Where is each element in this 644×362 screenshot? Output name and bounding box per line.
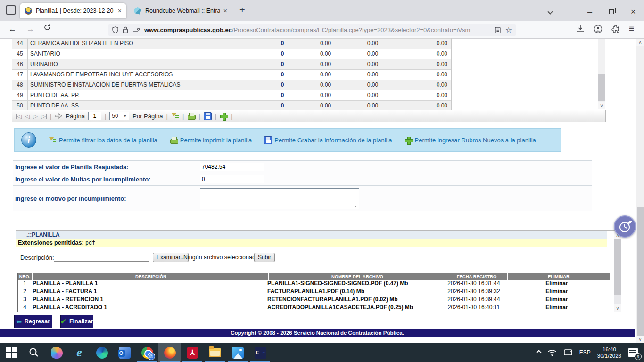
minimize-button[interactable]: – [582,4,598,20]
add-row-icon[interactable] [220,112,228,120]
file-description-link[interactable]: PLANILLA - RETENCION 1 [33,296,103,303]
upload-button[interactable]: Subir [254,253,275,262]
description-input[interactable] [54,253,149,262]
reader-mode-icon[interactable] [495,27,501,33]
taskbar-chrome-button[interactable]: @ [136,343,158,362]
table-row[interactable]: 44 CERAMICA ANTIDESLIZANTE EN PISO 0 0.0… [12,38,451,49]
taskbar-ie-button[interactable]: e [68,343,91,362]
filter-icon[interactable] [171,112,179,120]
tab-list-chevron-icon[interactable] [542,4,558,20]
browser-sidebar-icon[interactable] [6,5,16,15]
account-icon[interactable] [594,25,603,33]
floating-timer-badge-icon[interactable] [614,215,636,238]
tab-roundcube[interactable]: Roundcube Webmail :: Entrada × [129,3,232,18]
new-tab-button[interactable]: + [239,5,245,16]
scroll-up-icon[interactable]: ˄ [636,39,644,46]
finalizar-button[interactable]: ✔ Finalizar [60,315,93,328]
taskbar-explorer-button[interactable] [204,343,226,362]
taskbar-edge-button[interactable] [91,343,113,362]
multas-input[interactable] [200,175,264,183]
upload-controls: Descripción: Examinar... Ningún archivo … [16,252,607,264]
lock-icon[interactable] [123,26,128,33]
tab-close-icon[interactable]: × [223,7,227,15]
notification-center-icon[interactable]: 9 [628,348,638,357]
table-row[interactable]: 45 SANITARIO 0 0.00 0.00 0.00 [12,49,451,59]
row-value-2: 0.00 [335,101,382,111]
prev-page-icon[interactable]: ◁ [25,113,30,120]
tab-planilla[interactable]: Planilla1 | Desde: 2023-12-20 | H × [20,3,126,18]
taskbar-acrobat-button[interactable]: ⅄ [181,343,204,362]
file-delete-link[interactable]: Eliminar [545,296,568,303]
ecuador-coat-favicon-icon [25,7,32,15]
info-save-hint[interactable]: Permite Grabar la información de la plan… [264,136,392,144]
forward-icon[interactable]: → [26,25,34,34]
regresar-button[interactable]: ⬅ Regresar [14,315,52,328]
scrollbar-thumb[interactable] [598,74,605,101]
first-page-icon[interactable]: ◁ [16,113,22,120]
shield-icon[interactable] [112,26,118,33]
taskbar-outlook-button[interactable] [113,343,136,362]
inner-scrollbar-upload[interactable]: ˄ ˅ [614,231,621,312]
restore-button[interactable] [603,4,619,20]
table-row[interactable]: 49 PUNTO DE AA. PP. 0 0.00 0.00 0.00 [12,90,451,100]
scrollbar-thumb[interactable] [637,207,644,336]
reload-icon[interactable] [43,24,51,31]
info-add-hint[interactable]: Permite ingresar Rubros Nuevos a la plan… [405,136,536,144]
reajustada-input[interactable] [200,163,264,171]
file-description-link[interactable]: PLANILLA - FACTURA 1 [33,288,97,295]
file-name-link[interactable]: RETENCIONFACTURAPLANILLA1.PDF (0.02) Mb [267,296,398,303]
menu-hamburger-icon[interactable]: ≡ [629,24,634,34]
page-input[interactable] [88,112,101,120]
scroll-down-icon[interactable]: ˅ [614,304,621,312]
extensions-puzzle-icon[interactable] [611,25,620,33]
print-icon[interactable] [187,112,195,120]
taskbar-clock[interactable]: 16:40 30/1/2026 [597,346,621,359]
last-page-icon[interactable]: ▷ [41,113,47,120]
back-icon[interactable]: ← [8,25,17,34]
language-indicator[interactable]: ESP [579,349,591,356]
main-scrollbar[interactable]: ˄ ˅ [636,39,644,343]
file-delete-link[interactable]: Eliminar [545,288,568,295]
taskbar-firefox-button[interactable] [158,343,181,362]
start-button[interactable] [0,343,23,362]
url-bar[interactable]: www.compraspublicas.gob.ec/ProcesoContra… [108,24,516,36]
scrollbar-thumb[interactable] [614,239,621,295]
url-text[interactable]: www.compraspublicas.gob.ec/ProcesoContra… [144,26,490,33]
table-row[interactable]: 47 LAVAMANOS DE EMPOTRAR INCLUYE ACCESOR… [12,69,451,80]
resize-grip-icon[interactable] [355,206,360,210]
table-row[interactable]: 50 PUNTO DE AA. SS. 0 0.00 0.00 0.00 [12,100,451,111]
downloads-icon[interactable] [576,25,585,33]
next-page-icon[interactable]: ▷ [33,113,38,120]
info-filter-hint[interactable]: Permite filtrar los datos de la planilla [49,136,157,144]
taskbar-fes-button[interactable]: F≡◔ [249,343,272,362]
file-name-link[interactable]: FACTURAPLANILLA1.PDF (0.14) Mb [267,288,364,295]
tab-close-icon[interactable]: × [118,7,122,15]
cast-icon[interactable] [563,349,573,356]
tray-chevron-up-icon[interactable] [536,350,541,355]
taskbar-copilot-button[interactable] [45,343,68,362]
taskbar-search-button[interactable] [23,343,45,362]
file-name-link[interactable]: ACREDITADOPLANILLA1CASADETEJA.PDF (0.25)… [267,304,413,311]
page-label: Página [66,113,84,120]
file-name-link[interactable]: PLANILLA1-SIGNED-SIGNED-SIGNED.PDF (0.47… [267,280,408,287]
motivo-textarea[interactable] [200,188,359,209]
wifi-icon[interactable] [547,349,557,356]
file-row: 4 PLANILLA - ACREDITADO 1 ACREDITADOPLAN… [18,304,610,312]
close-button[interactable]: × [625,4,641,20]
per-page-select[interactable]: 50▼ [109,112,129,120]
scroll-down-icon[interactable]: ˅ [598,102,605,109]
edge-icon [96,347,108,359]
inner-scrollbar-items[interactable]: ˅ [598,39,605,109]
file-delete-link[interactable]: Eliminar [545,280,568,287]
file-delete-link[interactable]: Eliminar [545,304,568,311]
permissions-icon[interactable] [132,27,140,33]
save-icon[interactable] [204,112,212,120]
taskbar-photos-button[interactable] [226,343,249,362]
file-description-link[interactable]: PLANILLA - PLANILLA 1 [33,280,98,287]
file-description-link[interactable]: PLANILLA - ACREDITADO 1 [33,304,107,311]
bookmark-star-icon[interactable]: ☆ [505,25,512,34]
table-row[interactable]: 48 SUMINISTRO E INSTALACION DE PUERTAS M… [12,80,451,90]
table-row[interactable]: 46 URINARIO 0 0.00 0.00 0.00 [12,59,451,69]
scroll-down-icon[interactable]: ˅ [636,336,644,343]
info-print-hint[interactable]: Permite imprimir la planilla [170,136,252,144]
